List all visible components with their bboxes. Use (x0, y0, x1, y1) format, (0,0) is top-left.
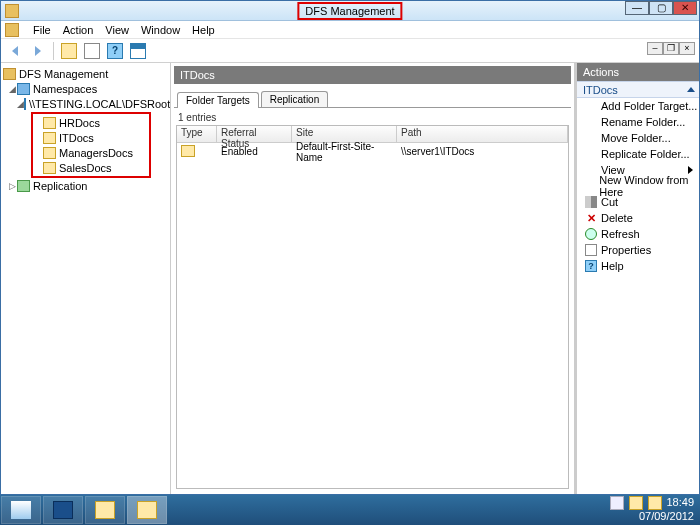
back-button[interactable] (5, 41, 25, 61)
grid-row[interactable]: Enabled Default-First-Site-Name \\server… (177, 143, 568, 160)
action-new-window[interactable]: New Window from Here (577, 178, 699, 194)
cut-icon (585, 196, 597, 208)
action-delete[interactable]: ✕Delete (577, 210, 699, 226)
tree-folder-managersdocs[interactable]: ManagersDocs (33, 145, 149, 160)
actions-header: Actions (577, 63, 699, 81)
menu-help[interactable]: Help (192, 24, 215, 36)
blank-icon (585, 132, 597, 144)
submenu-arrow-icon (688, 166, 693, 174)
toolbar-help[interactable]: ? (105, 41, 125, 61)
action-add-folder-target[interactable]: Add Folder Target... (577, 98, 699, 114)
menu-file[interactable]: File (33, 24, 51, 36)
taskbar-explorer[interactable] (85, 496, 125, 524)
dfs-icon (3, 68, 16, 80)
action-label: Add Folder Target... (601, 100, 697, 112)
tray-time: 18:49 (666, 496, 694, 508)
action-move-folder[interactable]: Move Folder... (577, 130, 699, 146)
powershell-icon (53, 501, 73, 519)
toolbar-new-window[interactable] (59, 41, 79, 61)
start-button[interactable] (1, 496, 41, 524)
action-label: Cut (601, 196, 618, 208)
tab-folder-targets[interactable]: Folder Targets (177, 92, 259, 108)
action-label: Delete (601, 212, 633, 224)
flag-icon[interactable] (610, 496, 624, 510)
actions-subheader[interactable]: ITDocs (577, 81, 699, 98)
replication-icon (17, 180, 30, 192)
calendar-icon (130, 43, 146, 59)
mdi-close[interactable]: × (679, 42, 695, 55)
collapse-icon (687, 87, 695, 92)
window-title: DFS Management (297, 2, 402, 20)
app-window: DFS Management — ▢ ✕ File Action View Wi… (0, 0, 700, 495)
menu-window[interactable]: Window (141, 24, 180, 36)
tab-replication[interactable]: Replication (261, 91, 328, 107)
namespace-icon (24, 98, 26, 110)
folder-label: ManagersDocs (59, 147, 133, 159)
mdi-minimize[interactable]: – (647, 42, 663, 55)
action-help[interactable]: ?Help (577, 258, 699, 274)
folder-label: SalesDocs (59, 162, 112, 174)
toolbar-schedule[interactable] (128, 41, 148, 61)
col-referral[interactable]: Referral Status (217, 126, 292, 142)
toolbar-properties[interactable] (82, 41, 102, 61)
menu-action[interactable]: Action (63, 24, 94, 36)
action-label: Properties (601, 244, 651, 256)
action-properties[interactable]: Properties (577, 242, 699, 258)
maximize-button[interactable]: ▢ (649, 1, 673, 15)
minimize-button[interactable]: — (625, 1, 649, 15)
tree-root[interactable]: DFS Management (3, 66, 168, 81)
folder-icon (43, 147, 56, 159)
actions-pane: Actions ITDocs Add Folder Target... Rena… (574, 63, 699, 494)
cell-site: Default-First-Site-Name (292, 140, 397, 164)
forward-button[interactable] (28, 41, 48, 61)
action-replicate-folder[interactable]: Replicate Folder... (577, 146, 699, 162)
tree-folder-itdocs[interactable]: ITDocs (33, 130, 149, 145)
app-icon (5, 4, 19, 18)
sound-icon[interactable] (648, 496, 662, 510)
close-button[interactable]: ✕ (673, 1, 697, 15)
center-header: ITDocs (174, 66, 571, 84)
start-icon (11, 501, 31, 519)
mdi-restore[interactable]: ❐ (663, 42, 679, 55)
tree-root-label: DFS Management (19, 68, 108, 80)
folder-icon (43, 162, 56, 174)
blank-icon (585, 100, 597, 112)
mmc-icon (5, 23, 19, 37)
tree-replication[interactable]: ▷ Replication (3, 178, 168, 193)
system-tray[interactable]: 18:49 07/09/2012 (610, 496, 694, 523)
col-path[interactable]: Path (397, 126, 568, 142)
sheet-icon (84, 43, 100, 59)
tree-pane: DFS Management ◢ Namespaces ◢ \\TESTING.… (1, 63, 171, 494)
folders-highlight: HRDocs ITDocs ManagersDocs SalesDocs (31, 112, 151, 178)
actions-sub-label: ITDocs (583, 84, 618, 96)
help-icon: ? (107, 43, 123, 59)
network-icon[interactable] (629, 496, 643, 510)
folder-icon (43, 132, 56, 144)
menu-view[interactable]: View (105, 24, 129, 36)
folder-label: HRDocs (59, 117, 100, 129)
expander-icon[interactable]: ◢ (7, 84, 17, 94)
tree-namespace-path[interactable]: ◢ \\TESTING.LOCAL\DFSRoot (3, 96, 168, 111)
window-controls: — ▢ ✕ (625, 1, 697, 15)
properties-icon (585, 244, 597, 256)
tree-folder-hrdocs[interactable]: HRDocs (33, 115, 149, 130)
action-cut[interactable]: Cut (577, 194, 699, 210)
taskbar-dfs[interactable] (127, 496, 167, 524)
delete-icon: ✕ (585, 212, 597, 224)
action-refresh[interactable]: Refresh (577, 226, 699, 242)
taskbar: 18:49 07/09/2012 (0, 495, 700, 525)
expander-icon[interactable]: ▷ (7, 181, 17, 191)
tab-strip: Folder Targets Replication (174, 88, 571, 108)
expander-icon[interactable]: ◢ (17, 99, 24, 109)
center-title: ITDocs (180, 69, 215, 81)
action-rename-folder[interactable]: Rename Folder... (577, 114, 699, 130)
col-type[interactable]: Type (177, 126, 217, 142)
cell-referral: Enabled (217, 145, 292, 158)
taskbar-powershell[interactable] (43, 496, 83, 524)
action-label: Move Folder... (601, 132, 671, 144)
toolbar-separator (53, 42, 54, 60)
tree-folder-salesdocs[interactable]: SalesDocs (33, 160, 149, 175)
blank-icon (585, 164, 597, 176)
blank-icon (585, 180, 595, 192)
tree-namespaces[interactable]: ◢ Namespaces (3, 81, 168, 96)
